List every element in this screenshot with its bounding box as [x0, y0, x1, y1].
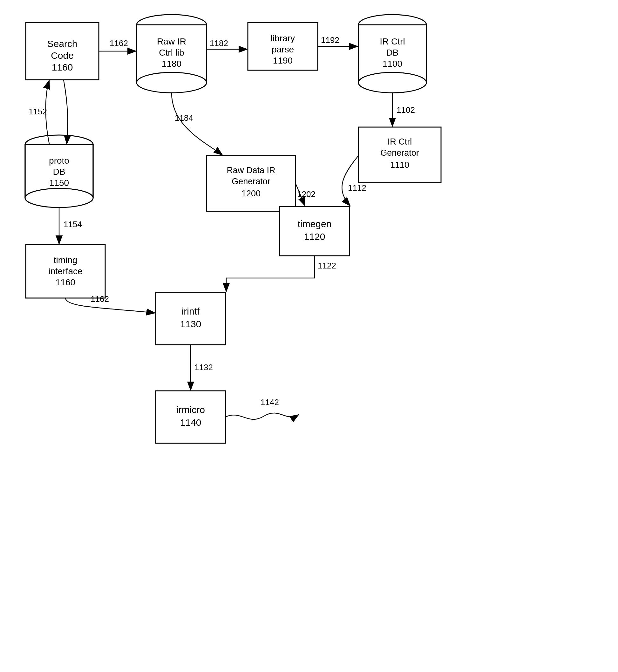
svg-point-33 — [137, 15, 207, 35]
svg-rect-46 — [358, 25, 426, 83]
svg-text:DB: DB — [386, 48, 399, 58]
svg-text:Raw Data IR: Raw Data IR — [226, 165, 275, 175]
svg-text:library: library — [271, 33, 295, 43]
svg-text:parse: parse — [272, 44, 294, 54]
svg-text:1122: 1122 — [318, 261, 336, 270]
svg-text:Generator: Generator — [232, 177, 271, 186]
svg-text:1120: 1120 — [304, 231, 325, 242]
svg-text:interface: interface — [48, 266, 82, 276]
svg-text:proto: proto — [49, 156, 69, 165]
svg-text:1152: 1152 — [29, 107, 47, 116]
svg-text:Raw IR: Raw IR — [157, 36, 186, 46]
svg-text:timing: timing — [54, 255, 78, 265]
svg-rect-54 — [25, 144, 93, 198]
svg-rect-79 — [156, 391, 226, 443]
svg-text:1110: 1110 — [390, 160, 409, 170]
svg-text:IR Ctrl: IR Ctrl — [380, 36, 405, 46]
svg-point-45 — [358, 15, 426, 35]
svg-rect-76 — [156, 292, 226, 345]
svg-text:1184: 1184 — [175, 113, 193, 123]
svg-text:1160: 1160 — [56, 277, 75, 287]
svg-text:1112: 1112 — [348, 183, 366, 193]
svg-text:1140: 1140 — [180, 417, 201, 428]
svg-text:1142: 1142 — [261, 398, 279, 407]
svg-text:1162: 1162 — [91, 294, 109, 304]
svg-text:1180: 1180 — [162, 59, 182, 69]
svg-text:irmicro: irmicro — [176, 405, 205, 415]
main-diagram-svg: Search Code 1160 Raw IR Ctrl lib 1180 li… — [0, 0, 618, 672]
svg-text:1100: 1100 — [383, 59, 402, 69]
svg-point-37 — [137, 73, 207, 93]
svg-text:1162: 1162 — [110, 38, 128, 48]
svg-rect-41 — [248, 22, 318, 70]
svg-rect-73 — [280, 207, 349, 256]
svg-point-57 — [25, 189, 93, 208]
svg-rect-34 — [137, 25, 207, 83]
svg-text:Code: Code — [51, 50, 74, 61]
svg-text:1182: 1182 — [210, 38, 228, 48]
svg-text:Search: Search — [47, 38, 77, 49]
svg-text:1202: 1202 — [297, 189, 315, 199]
svg-line-87 — [296, 183, 305, 206]
svg-rect-29 — [26, 22, 99, 80]
svg-text:1200: 1200 — [241, 189, 261, 198]
svg-point-53 — [25, 135, 93, 154]
svg-rect-69 — [26, 245, 105, 298]
svg-text:1132: 1132 — [194, 362, 213, 372]
svg-text:timegen: timegen — [298, 219, 332, 229]
svg-text:1192: 1192 — [321, 35, 339, 45]
svg-text:Generator: Generator — [380, 148, 419, 157]
svg-text:IR Ctrl: IR Ctrl — [388, 137, 412, 146]
svg-text:1102: 1102 — [397, 105, 415, 115]
svg-text:Ctrl lib: Ctrl lib — [159, 48, 184, 58]
svg-text:1150: 1150 — [49, 178, 69, 188]
svg-rect-65 — [358, 127, 441, 183]
svg-text:irintf: irintf — [182, 306, 200, 317]
svg-text:1190: 1190 — [273, 55, 293, 66]
svg-text:1160: 1160 — [52, 62, 73, 73]
svg-text:1130: 1130 — [180, 319, 201, 329]
svg-rect-61 — [207, 156, 296, 211]
svg-point-49 — [358, 73, 426, 93]
svg-text:DB: DB — [53, 167, 66, 177]
svg-text:1154: 1154 — [64, 220, 82, 229]
